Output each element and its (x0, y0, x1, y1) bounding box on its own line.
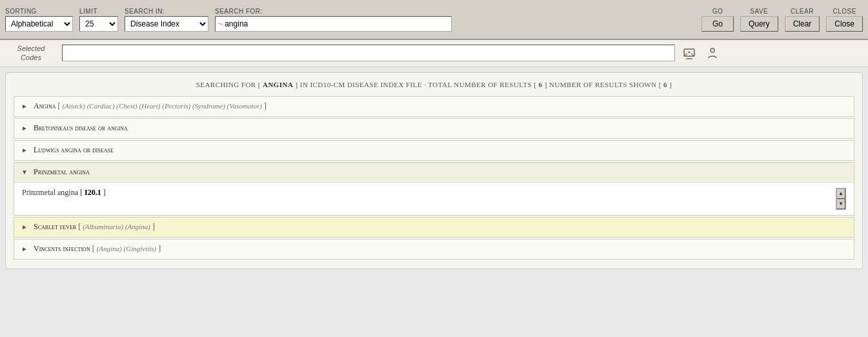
selected-codes-input[interactable] (62, 45, 675, 61)
expand-arrow-1: ► (19, 101, 30, 112)
clear-button[interactable]: Clear (785, 16, 820, 32)
bracket-5: [ (Albuminuria) (Angina) ] (78, 222, 155, 231)
result-detail-4: Prinzmetal angina [ I20.1 ] ▲ ▼ (14, 182, 854, 215)
result-title-6: Vincents infection [ (Angina) (Gingiviti… (34, 244, 161, 254)
bracket-1: [ (Attack) (Cardiac) (Chest) (Heart) (Pe… (57, 101, 267, 110)
person-icon[interactable] (703, 44, 722, 62)
result-row-5: ► Scarlet fever [ (Albuminuria) (Angina)… (14, 217, 854, 238)
toolbar: Sorting Alphabetical By Code By Relevanc… (0, 0, 868, 40)
result-title-2: Bretonneaus disease or angina (34, 123, 128, 133)
go-btn-group: Go Go (701, 8, 734, 32)
scrollbar-up-4[interactable]: ▲ (836, 189, 845, 199)
result-row-3: ► Ludwigs angina or disease (14, 140, 854, 161)
close-btn-group: Close Close (826, 8, 863, 32)
total-results: 6 (539, 81, 543, 88)
sub-terms-5: (Albuminuria) (Angina) (83, 223, 150, 230)
go-label: Go (712, 8, 723, 15)
result-row-4-header[interactable]: ▼ Prinzmetal angina (14, 163, 854, 182)
result-title-5: Scarlet fever [ (Albuminuria) (Angina) ] (34, 222, 155, 232)
shown-results: 6 (663, 81, 667, 88)
result-title-1: Angina [ (Attack) (Cardiac) (Chest) (Hea… (34, 101, 267, 111)
scrollbar-down-4[interactable]: ▼ (836, 199, 845, 209)
result-row-6-header[interactable]: ► Vincents infection [ (Angina) (Gingivi… (14, 240, 854, 259)
expand-arrow-6: ► (19, 244, 30, 254)
expand-arrow-5: ► (19, 222, 30, 232)
result-row-3-header[interactable]: ► Ludwigs angina or disease (14, 141, 854, 160)
result-row-5-header[interactable]: ► Scarlet fever [ (Albuminuria) (Angina)… (14, 218, 854, 237)
limit-group: Limit 25 50 100 (79, 8, 118, 32)
search-for-input-wrap: ~ (215, 16, 452, 32)
clear-btn-group: Clear Clear (785, 8, 820, 32)
close-label: Close (833, 8, 856, 15)
search-in-group: Search In: Disease Index Procedure Index… (125, 8, 208, 32)
clear-label: Clear (791, 8, 814, 15)
sorting-label: Sorting (5, 8, 73, 15)
result-row-6: ► Vincents infection [ (Angina) (Gingivi… (14, 239, 854, 260)
result-row-2-header[interactable]: ► Bretonneaus disease or angina (14, 119, 854, 138)
search-for-input[interactable] (225, 19, 449, 28)
save-btn-group: Save Query (740, 8, 778, 32)
limit-select[interactable]: 25 50 100 (79, 16, 118, 32)
selected-codes-label: SelectedCodes (5, 44, 57, 63)
search-in-select[interactable]: Disease Index Procedure Index External C… (125, 16, 208, 32)
search-keyword: angina (263, 81, 293, 88)
result-title-3: Ludwigs angina or disease (34, 145, 114, 155)
result-row-1-header[interactable]: ► Angina [ (Attack) (Cardiac) (Chest) (H… (14, 97, 854, 116)
go-button[interactable]: Go (701, 16, 734, 32)
result-row-1: ► Angina [ (Attack) (Cardiac) (Chest) (H… (14, 96, 854, 117)
result-detail-content-4: Prinzmetal angina [ I20.1 ] (22, 188, 836, 210)
save-button[interactable]: Query (740, 16, 778, 32)
sorting-select[interactable]: Alphabetical By Code By Relevance (5, 16, 73, 32)
scrollbar-4: ▲ ▼ (836, 188, 846, 210)
save-label: Save (750, 8, 768, 15)
selected-codes-bar: SelectedCodes (0, 40, 868, 67)
expand-arrow-4: ▼ (19, 167, 30, 178)
sorting-group: Sorting Alphabetical By Code By Relevanc… (5, 8, 73, 32)
expand-arrow-3: ► (19, 145, 30, 156)
result-row-4: ▼ Prinzmetal angina Prinzmetal angina [ … (14, 162, 854, 216)
expand-arrow-2: ► (19, 123, 30, 134)
main-content: Searching for [ angina ] In ICD10-CM DIS… (5, 72, 863, 269)
sub-terms-6: (Angina) (Gingivitis) (97, 245, 157, 252)
svg-rect-2 (686, 58, 692, 59)
search-summary: Searching for [ angina ] In ICD10-CM DIS… (14, 81, 854, 88)
search-in-label: Search In: (125, 8, 208, 15)
close-button[interactable]: Close (826, 16, 863, 32)
result-row-2: ► Bretonneaus disease or angina (14, 118, 854, 139)
bracket-6: [ (Angina) (Gingivitis) ] (92, 244, 161, 253)
sub-terms-1: (Attack) (Cardiac) (Chest) (Heart) (Pect… (62, 102, 262, 110)
search-for-group: Search For: ~ (215, 8, 452, 32)
tilde-icon: ~ (218, 19, 223, 29)
result-title-4: Prinzmetal angina (34, 167, 90, 177)
svg-point-1 (689, 52, 691, 54)
icd-code-4: I20.1 (85, 188, 101, 197)
svg-point-3 (711, 48, 714, 52)
limit-label: Limit (79, 8, 118, 15)
search-for-label: Search For: (215, 8, 452, 15)
message-icon[interactable] (680, 44, 698, 62)
